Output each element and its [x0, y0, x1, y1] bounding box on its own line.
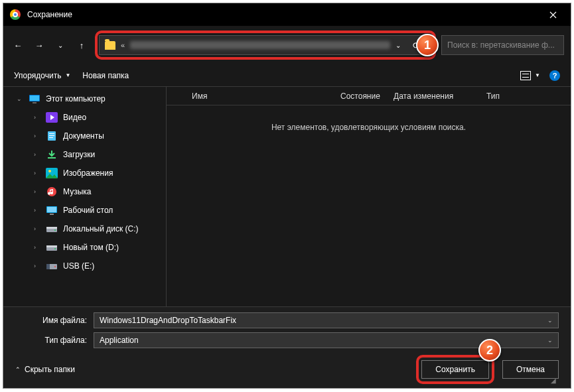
pictures-icon	[46, 168, 58, 178]
svg-rect-23	[46, 264, 50, 269]
col-name[interactable]: Имя	[167, 92, 340, 101]
nav-row: ← → ⌄ ↑ « ⌄ ⟳ 1 Поиск в: перетаскивание …	[3, 26, 571, 64]
toolbar: Упорядочить ▼ Новая папка ▼ ?	[3, 64, 571, 87]
svg-rect-20	[46, 245, 57, 247]
new-folder-button[interactable]: Новая папка	[82, 71, 129, 80]
docs-icon	[46, 131, 58, 141]
svg-point-12	[47, 187, 56, 196]
sidebar-item-music[interactable]: ›Музыка	[3, 182, 166, 201]
svg-point-21	[54, 248, 56, 249]
svg-rect-6	[49, 133, 54, 134]
save-dialog: Сохранение ← → ⌄ ↑ « ⌄ ⟳ 1 Поиск в: пере…	[3, 3, 571, 389]
folder-icon	[105, 41, 115, 50]
sidebar-item-label: Локальный диск (C:)	[63, 224, 139, 233]
search-placeholder: Поиск в: перетаскивание ф...	[447, 40, 555, 50]
chevron-right-icon: ›	[34, 244, 40, 251]
resize-grip[interactable]: ◢	[551, 377, 556, 384]
cancel-button[interactable]: Отмена	[502, 360, 559, 379]
svg-point-11	[48, 170, 51, 172]
highlight-address: « ⌄ ⟳	[95, 31, 436, 60]
sidebar-item-label: Загрузки	[63, 150, 95, 159]
sidebar-item-label: USB (E:)	[63, 261, 94, 271]
chevron-right-icon: ›	[34, 188, 40, 195]
organize-menu[interactable]: Упорядочить ▼	[14, 71, 70, 80]
up-button[interactable]: ↑	[74, 37, 90, 53]
address-bar[interactable]: « ⌄ ⟳	[99, 35, 432, 55]
footer: ⌃ Скрыть папки Сохранить 2 Отмена ◢	[15, 352, 559, 385]
svg-rect-14	[47, 207, 56, 212]
sidebar-item-label: Изображения	[63, 168, 113, 178]
titlebar: Сохранение	[3, 3, 571, 26]
sidebar-item-this-pc[interactable]: ⌄ Этот компьютер	[3, 90, 166, 108]
address-chevron[interactable]: ⌄	[395, 42, 401, 49]
forward-button[interactable]: →	[31, 37, 47, 53]
sidebar-item-usb[interactable]: ›USB (E:)	[3, 257, 166, 275]
close-button[interactable]	[538, 4, 568, 25]
sidebar: ⌄ Этот компьютер ›Видео›Документы›Загруз…	[3, 87, 167, 306]
sidebar-item-label: Рабочий стол	[63, 206, 113, 215]
chevron-right-icon: ›	[34, 170, 40, 176]
help-button[interactable]: ?	[549, 70, 560, 81]
svg-rect-7	[49, 135, 54, 136]
chrome-icon	[10, 9, 21, 20]
col-type[interactable]: Тип	[486, 92, 571, 101]
pc-icon	[29, 94, 40, 104]
chevron-down-icon: ▼	[65, 72, 70, 78]
chevron-right-icon: ›	[34, 207, 40, 214]
back-button[interactable]: ←	[10, 37, 26, 53]
chevron-down-icon[interactable]: ⌄	[547, 317, 553, 324]
window-title: Сохранение	[27, 10, 538, 19]
svg-rect-2	[33, 102, 36, 103]
sidebar-item-desktop[interactable]: ›Рабочий стол	[3, 201, 166, 220]
chevron-down-icon[interactable]: ⌄	[547, 337, 553, 344]
filename-input[interactable]: Windows11DragAndDropToTaskbarFix ⌄	[94, 312, 559, 328]
sidebar-item-label: Документы	[63, 131, 104, 141]
col-state[interactable]: Состояние	[340, 92, 394, 101]
svg-rect-8	[49, 137, 53, 138]
sidebar-item-downloads[interactable]: ›Загрузки	[3, 145, 166, 164]
annotation-marker-2: 2	[478, 339, 501, 361]
main-area: ⌄ Этот компьютер ›Видео›Документы›Загруз…	[3, 87, 571, 306]
addr-prefix: «	[121, 41, 125, 49]
sidebar-item-label: Музыка	[63, 187, 91, 196]
empty-message: Нет элементов, удовлетворяющих условиям …	[167, 105, 571, 132]
chevron-down-icon: ⌄	[17, 96, 23, 102]
sidebar-item-label: Видео	[63, 113, 86, 122]
sidebar-item-disk[interactable]: ›Локальный диск (C:)	[3, 220, 166, 238]
save-button[interactable]: Сохранить	[421, 360, 489, 379]
address-path	[130, 41, 390, 49]
svg-rect-15	[50, 214, 54, 215]
sidebar-item-pictures[interactable]: ›Изображения	[3, 164, 166, 182]
hide-folders-button[interactable]: ⌃ Скрыть папки	[15, 365, 75, 374]
close-icon	[549, 11, 557, 19]
col-date[interactable]: Дата изменения	[394, 92, 486, 101]
video-icon	[46, 112, 58, 123]
filename-label: Имя файла:	[15, 316, 94, 325]
svg-rect-17	[46, 227, 57, 229]
disk-icon	[46, 242, 58, 253]
address-wrap: « ⌄ ⟳ 1	[95, 31, 436, 60]
chevron-right-icon: ›	[34, 226, 40, 232]
sidebar-item-docs[interactable]: ›Документы	[3, 127, 166, 145]
annotation-marker-1: 1	[416, 34, 439, 56]
chevron-down-icon: ▼	[535, 72, 540, 78]
filetype-label: Тип файла:	[15, 336, 94, 345]
svg-rect-9	[48, 157, 56, 159]
view-menu[interactable]: ▼	[520, 71, 540, 80]
usb-icon	[46, 261, 58, 271]
chevron-right-icon: ›	[34, 263, 40, 269]
disk-icon	[46, 224, 58, 234]
column-headers: Имя Состояние Дата изменения Тип	[167, 87, 571, 105]
chevron-right-icon: ›	[34, 114, 40, 121]
bottom-panel: Имя файла: Windows11DragAndDropToTaskbar…	[3, 306, 571, 388]
sidebar-item-video[interactable]: ›Видео	[3, 108, 166, 127]
highlight-save: Сохранить 2	[416, 355, 494, 384]
svg-point-18	[54, 229, 56, 231]
sidebar-item-label: Новый том (D:)	[63, 243, 119, 252]
sidebar-item-disk[interactable]: ›Новый том (D:)	[3, 238, 166, 257]
desktop-icon	[46, 205, 58, 216]
history-button[interactable]: ⌄	[52, 37, 68, 53]
view-icon	[520, 71, 531, 80]
svg-rect-1	[30, 96, 39, 101]
search-input[interactable]: Поиск в: перетаскивание ф...	[441, 35, 564, 55]
